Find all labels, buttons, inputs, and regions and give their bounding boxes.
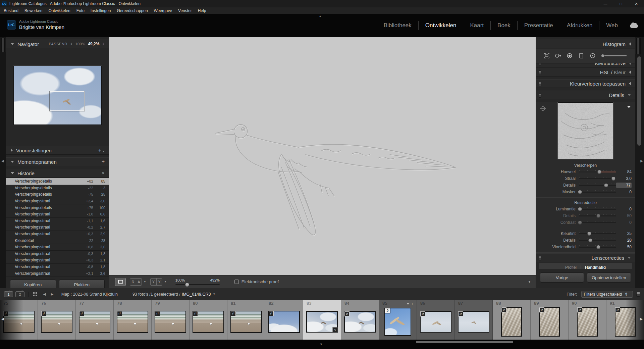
close-button[interactable]: ✕ — [629, 0, 644, 7]
filmstrip-cell[interactable]: 76 ≡ ↑ — [38, 300, 76, 340]
filmstrip-cell[interactable]: 81 ≡ ↑ — [227, 300, 265, 340]
details-panel-header[interactable]: Details — [536, 91, 635, 99]
folder-breadcrumb[interactable]: Map : 2021-08 Strand Kijkduin — [61, 292, 118, 297]
left-edge-grip[interactable]: ◀ — [0, 37, 6, 288]
radial-tool-icon[interactable] — [589, 52, 596, 59]
slider-knob[interactable] — [578, 221, 582, 225]
module-tab[interactable]: Presentatie — [517, 21, 560, 30]
sync-badge-icon[interactable] — [269, 311, 274, 316]
slider-knob[interactable] — [604, 184, 608, 187]
collapse-left-panel-icon[interactable]: ◀ — [1, 159, 4, 163]
filmstrip-cell[interactable]: 83 ≡ ↑ — [303, 300, 341, 340]
updown-icon[interactable]: ⇕ — [70, 42, 73, 46]
history-step-row[interactable]: Verscherpingsdetails -22 3 — [6, 185, 109, 192]
photo-thumbnail[interactable] — [79, 311, 110, 333]
detail-preview-caret-icon[interactable] — [627, 106, 631, 108]
slider-track[interactable] — [579, 240, 616, 241]
slider-knob[interactable] — [589, 239, 592, 242]
compare-caret-icon[interactable]: ▼ — [144, 280, 146, 283]
sync-badge-icon[interactable] — [615, 307, 620, 312]
main-window-button[interactable]: 1 — [4, 291, 13, 297]
photo-thumbnail[interactable]: 2 — [384, 308, 411, 336]
second-window-button[interactable]: 2 — [15, 291, 24, 297]
photo-thumbnail[interactable] — [230, 311, 262, 333]
compare-view-button[interactable]: R A — [130, 278, 142, 286]
history-step-row[interactable]: Verscherpingsstraal +2,4 3,0 — [6, 198, 109, 205]
panel-toggle-switch[interactable] — [539, 93, 541, 98]
slider-track[interactable] — [579, 171, 616, 172]
history-step-row[interactable]: Verscherpingsstraal -1,0 0,6 — [6, 211, 109, 218]
previous-button[interactable]: Vorige — [540, 272, 584, 283]
photo-thumbnail[interactable] — [193, 311, 224, 333]
filmstrip-cell[interactable]: 90 ≡ ↑ — [569, 300, 606, 340]
filmstrip-cell[interactable]: 88 ≡ ↑ — [493, 300, 531, 340]
panel-toggle-switch[interactable] — [539, 82, 541, 86]
slider-track[interactable] — [579, 178, 616, 179]
stack-count-badge[interactable]: 2 — [385, 308, 390, 313]
slider-knob[interactable] — [612, 177, 615, 181]
history-step-row[interactable]: Verscherpingsstraal +0,8 2,6 — [6, 244, 109, 251]
slider-value[interactable]: 50 — [616, 245, 632, 249]
sync-badge-icon[interactable] — [539, 307, 544, 312]
current-filename[interactable]: IMG_0149.CR3 — [182, 292, 211, 297]
filmstrip-scroll-right-icon[interactable]: ▶ — [640, 317, 643, 321]
sync-badge-icon[interactable] — [41, 311, 46, 316]
slider-knob[interactable] — [598, 170, 601, 174]
detail-target-icon[interactable] — [541, 106, 545, 111]
add-snapshot-icon[interactable]: + — [102, 160, 105, 164]
right-panel-scrollbar[interactable] — [637, 56, 641, 146]
sync-badge-icon[interactable] — [344, 311, 350, 316]
maximize-button[interactable]: □ — [613, 0, 629, 7]
tonecurve-panel-header-clipped[interactable]: Kleurtintcurve — [536, 63, 635, 68]
toolbar-options-caret-icon[interactable]: ▼ — [528, 280, 531, 284]
crop-tool-icon[interactable] — [543, 52, 550, 59]
sync-badge-icon[interactable] — [79, 311, 84, 316]
slider-value[interactable]: 25 — [616, 231, 632, 236]
navigator-fill-option[interactable]: 100% — [75, 42, 85, 46]
filmstrip-cell[interactable]: 87 ≡ ↑ — [455, 300, 493, 340]
filmstrip-horizontal-scrollbar[interactable] — [416, 341, 513, 343]
histogram-panel-header[interactable]: Histogram — [536, 40, 635, 48]
slider-knob[interactable] — [596, 214, 600, 218]
slider-value[interactable]: 28 — [616, 238, 632, 243]
sync-badge-icon[interactable] — [420, 311, 425, 316]
menu-item[interactable]: Bewerken — [21, 7, 45, 14]
filmstrip-cell[interactable]: 78 ≡ ↑ — [114, 300, 152, 340]
slider-value[interactable]: 0 — [616, 207, 632, 211]
panel-toggle-switch[interactable] — [539, 70, 541, 75]
preset-menu-caret-icon[interactable]: ▼ — [103, 151, 105, 153]
photo-thumbnail[interactable] — [268, 311, 300, 333]
zoom-slider-knob[interactable] — [185, 283, 189, 287]
navigator-zoom-value[interactable]: 49,2% — [88, 42, 99, 46]
before-after-caret-icon[interactable]: ▼ — [164, 280, 167, 283]
cloud-sync-icon[interactable] — [630, 24, 638, 28]
lens-panel-header[interactable]: Lenscorrecties — [536, 253, 635, 262]
hsl-panel-header[interactable]: HSL / Kleur — [536, 68, 635, 77]
slider-knob[interactable] — [596, 245, 600, 249]
reset-button[interactable]: Opnieuw instellen — [587, 272, 631, 283]
panel-toggle-switch[interactable] — [539, 63, 541, 66]
slider-value[interactable]: 77 — [616, 183, 632, 188]
filmstrip-cell[interactable]: 85 ≡ ↑ 2 — [379, 300, 417, 340]
clear-history-icon[interactable]: ✕ — [102, 171, 105, 176]
sync-badge-icon[interactable] — [155, 311, 160, 316]
sync-badge-icon[interactable] — [231, 311, 236, 316]
window-titlebar[interactable]: LrC Lightroom Catalogus - Adobe Photosho… — [0, 0, 644, 7]
photo-thumbnail[interactable] — [155, 311, 186, 333]
menu-item[interactable]: Instellingen — [88, 7, 114, 14]
sync-badge-icon[interactable] — [458, 311, 463, 316]
menu-item[interactable]: Ontwikkelen — [45, 7, 73, 14]
menu-item[interactable]: Help — [195, 7, 209, 14]
soft-proof-checkbox[interactable] — [234, 280, 239, 284]
healing-tool-icon[interactable] — [554, 52, 562, 59]
filmstrip-cell[interactable]: 79 ≡ ↑ — [152, 300, 190, 340]
zoom-slider-track[interactable] — [175, 284, 220, 285]
module-tab[interactable]: Bibliotheek — [377, 21, 418, 30]
grid-view-icon[interactable] — [33, 292, 37, 296]
slider-track[interactable] — [579, 233, 616, 234]
history-step-row[interactable]: Verscherpingsstraal +0,3 2,9 — [6, 231, 109, 238]
detail-zoom-preview[interactable] — [558, 102, 613, 159]
sync-badge-icon[interactable] — [501, 307, 506, 312]
brush-slider-icon[interactable] — [600, 52, 628, 59]
photo-thumbnail[interactable] — [501, 307, 522, 337]
